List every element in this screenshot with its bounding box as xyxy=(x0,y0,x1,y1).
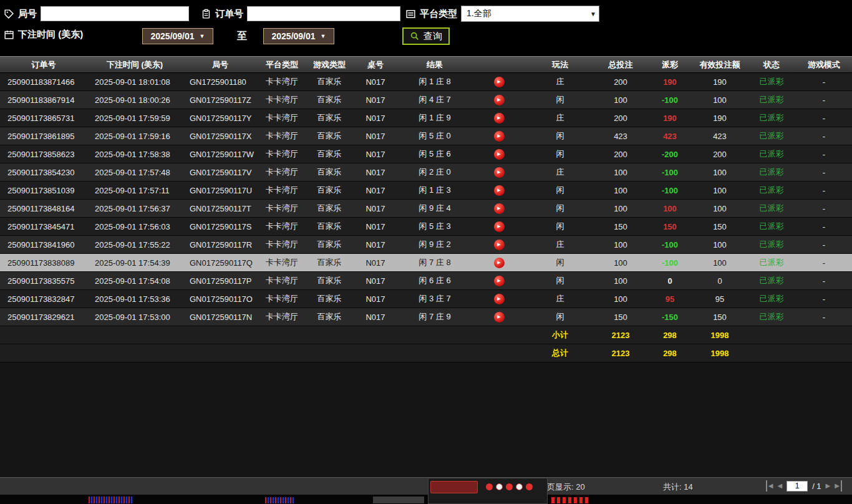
table-row[interactable]: 2509011738618952025-09-01 17:59:16GN0172… xyxy=(0,127,852,145)
valid-bet-cell: 100 xyxy=(692,204,747,213)
table-row[interactable]: 2509011738419602025-09-01 17:55:22GN0172… xyxy=(0,236,852,254)
round-number-cell: GN0172590117Q xyxy=(182,258,258,268)
bet-option-cell: 庄 xyxy=(526,167,594,178)
platform-type-cell: 卡卡湾厅 xyxy=(258,257,306,268)
filter-bar: 局号 订单号 平台类型 1.全部 ▼ 下注时间 (美东) 2025/09/01 … xyxy=(0,0,852,56)
play-video-button[interactable]: ▶ xyxy=(494,240,505,250)
table-row[interactable]: 2509011738542302025-09-01 17:57:48GN0172… xyxy=(0,163,852,182)
payout-cell: 190 xyxy=(647,114,692,123)
payout-cell: 423 xyxy=(647,132,692,141)
bet-option-cell: 闲 xyxy=(526,94,594,105)
round-filter-group: 局号 xyxy=(4,6,189,21)
payout-cell: 0 xyxy=(647,276,692,286)
play-video-button[interactable]: ▶ xyxy=(494,258,505,268)
platform-type-cell: 卡卡湾厅 xyxy=(258,203,306,214)
date-to-button[interactable]: 2025/09/01 ▼ xyxy=(263,28,334,44)
result-cell: 闲 6 庄 6 xyxy=(398,275,472,286)
order-number-cell: 250901173858623 xyxy=(0,150,87,159)
game-type-cell: 百家乐 xyxy=(306,275,353,286)
table-row[interactable]: 2509011738296212025-09-01 17:53:00GN0172… xyxy=(0,308,852,326)
bet-option-cell: 闲 xyxy=(526,203,594,214)
table-row[interactable]: 2509011738355752025-09-01 17:54:08GN0172… xyxy=(0,272,852,290)
status-cell: 已派彩 xyxy=(747,130,796,142)
result-cell: 闲 5 庄 3 xyxy=(398,221,472,232)
valid-bet-cell: 0 xyxy=(692,276,747,286)
platform-type-cell: 卡卡湾厅 xyxy=(258,76,306,87)
date-from-button[interactable]: 2025/09/01 ▼ xyxy=(142,28,213,44)
order-number-input[interactable] xyxy=(247,6,400,21)
play-video-button[interactable]: ▶ xyxy=(494,276,505,286)
last-page-button[interactable]: ▶ xyxy=(835,480,842,492)
play-video-button[interactable]: ▶ xyxy=(494,149,505,160)
play-video-button[interactable]: ▶ xyxy=(494,167,505,178)
table-row[interactable]: 2509011738454712025-09-01 17:56:03GN0172… xyxy=(0,218,852,236)
table-row[interactable]: 2509011838679142025-09-01 18:00:26GN0172… xyxy=(0,91,852,109)
game-mode-cell: - xyxy=(796,77,852,87)
total-bet-cell: 100 xyxy=(594,186,647,195)
round-number-input[interactable] xyxy=(41,6,189,21)
platform-type-select[interactable]: 1.全部 ▼ xyxy=(461,6,599,22)
background-fragment xyxy=(551,497,589,503)
table-row[interactable]: 2509011738380892025-09-01 17:54:39GN0172… xyxy=(0,254,852,272)
game-mode-cell: - xyxy=(796,204,852,213)
bet-time-cell: 2025-09-01 17:58:38 xyxy=(87,150,182,159)
search-button[interactable]: 查询 xyxy=(402,27,450,45)
game-mode-cell: - xyxy=(796,150,852,159)
payout-cell: -100 xyxy=(647,240,692,250)
game-type-cell: 百家乐 xyxy=(306,167,353,178)
bet-option-cell: 庄 xyxy=(526,239,594,250)
table-row[interactable]: 2509011738481642025-09-01 17:56:37GN0172… xyxy=(0,200,852,218)
table-row[interactable]: 2509011738657312025-09-01 17:59:59GN0172… xyxy=(0,109,852,127)
first-page-button[interactable]: ◀ xyxy=(766,480,773,492)
header-game-mode: 游戏模式 xyxy=(796,59,852,70)
header-platform-type: 平台类型 xyxy=(258,59,306,70)
play-video-button[interactable]: ▶ xyxy=(494,312,505,322)
status-cell: 已派彩 xyxy=(747,257,796,268)
platform-type-cell: 卡卡湾厅 xyxy=(258,311,306,322)
subtotal-valid-bet: 1998 xyxy=(692,331,747,340)
play-video-button[interactable]: ▶ xyxy=(494,221,505,232)
play-video-button[interactable]: ▶ xyxy=(494,95,505,105)
game-mode-cell: - xyxy=(796,95,852,105)
grandtotal-valid-bet: 1998 xyxy=(692,349,747,358)
round-number-cell: GN0172590117T xyxy=(182,204,258,213)
media-cell: ▶ xyxy=(472,240,526,250)
table-row[interactable]: 2509011738328472025-09-01 17:53:36GN0172… xyxy=(0,290,852,308)
media-cell: ▶ xyxy=(472,258,526,268)
result-cell: 闲 1 庄 8 xyxy=(398,76,472,87)
result-cell: 闲 7 庄 9 xyxy=(398,311,472,322)
status-cell: 已派彩 xyxy=(747,94,796,105)
bet-time-cell: 2025-09-01 17:54:08 xyxy=(87,276,182,286)
table-row[interactable]: 2509011838714662025-09-01 18:01:08GN1725… xyxy=(0,73,852,91)
result-cell: 闲 5 庄 0 xyxy=(398,130,472,142)
game-type-cell: 百家乐 xyxy=(306,311,353,322)
table-row[interactable]: 2509011738510392025-09-01 17:57:11GN0172… xyxy=(0,182,852,200)
valid-bet-cell: 100 xyxy=(692,95,747,105)
total-bet-cell: 200 xyxy=(594,114,647,123)
header-result: 结果 xyxy=(398,59,472,70)
game-type-cell: 百家乐 xyxy=(306,203,353,214)
to-label: 至 xyxy=(237,30,247,43)
table-row[interactable]: 2509011738586232025-09-01 17:58:38GN0172… xyxy=(0,145,852,163)
bet-time-cell: 2025-09-01 17:53:00 xyxy=(87,313,182,322)
header-total-bet: 总投注 xyxy=(594,59,647,70)
table-number-cell: N017 xyxy=(353,294,398,304)
play-video-button[interactable]: ▶ xyxy=(494,77,505,87)
header-status: 状态 xyxy=(747,59,796,70)
page-number-input[interactable] xyxy=(787,481,808,492)
play-video-button[interactable]: ▶ xyxy=(494,113,505,124)
header-bet-time: 下注时间 (美东) xyxy=(87,59,182,70)
play-video-button[interactable]: ▶ xyxy=(494,294,505,304)
play-video-button[interactable]: ▶ xyxy=(494,185,505,196)
game-mode-cell: - xyxy=(796,132,852,141)
next-page-button[interactable]: ▶ xyxy=(826,480,831,492)
table-number-cell: N017 xyxy=(353,95,398,105)
play-video-button[interactable]: ▶ xyxy=(494,203,505,214)
prev-page-button[interactable]: ◀ xyxy=(777,480,782,492)
round-number-cell: GN1725901180 xyxy=(182,77,258,87)
bet-option-cell: 闲 xyxy=(526,221,594,232)
play-video-button[interactable]: ▶ xyxy=(494,131,505,142)
status-cell: 已派彩 xyxy=(747,76,796,87)
bet-option-cell: 庄 xyxy=(526,112,594,124)
round-number-cell: GN0172590117X xyxy=(182,132,258,141)
